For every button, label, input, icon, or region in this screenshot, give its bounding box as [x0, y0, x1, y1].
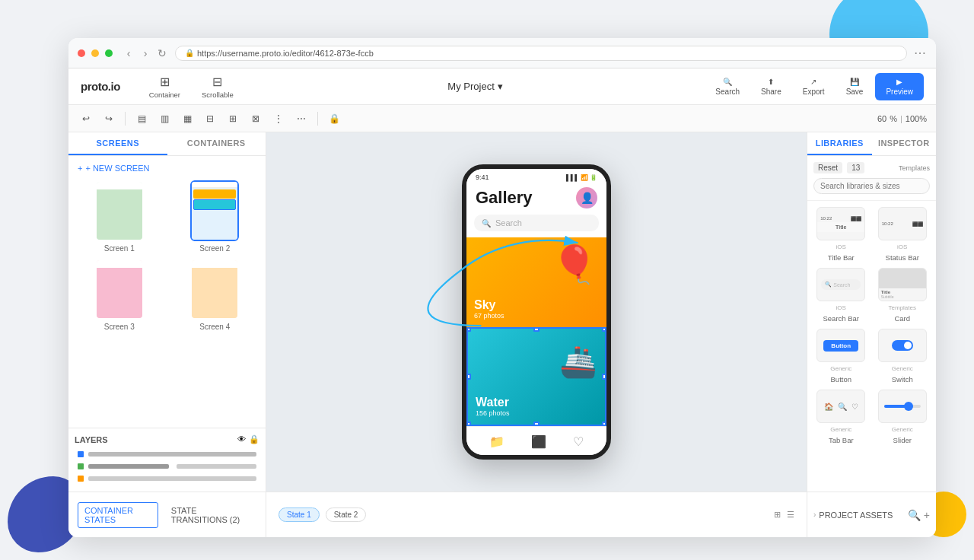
selection-handle-br[interactable]: [602, 422, 606, 426]
layer-item-2[interactable]: [75, 461, 259, 472]
lib-item-title-bar[interactable]: 10:22⬛⬛ Title iOS Title Bar: [813, 207, 869, 262]
lib-item-switch[interactable]: Generic Switch: [875, 329, 931, 383]
phone-search-icon: 🔍: [482, 219, 491, 228]
project-name[interactable]: My Project ▾: [447, 81, 502, 92]
lib-item-status-bar[interactable]: 10:22⬛⬛ iOS Status Bar: [875, 207, 931, 262]
forward-button[interactable]: ›: [138, 46, 152, 60]
selection-handle-tl[interactable]: [466, 327, 471, 332]
tab-inspector[interactable]: INSPECTOR: [872, 132, 937, 155]
lib-item-tab-bar[interactable]: 🏠 🔍 ♡ Generic Tab Bar: [813, 390, 869, 444]
container-tool[interactable]: ⊞ Container: [138, 72, 191, 102]
selection-handle-tm[interactable]: [533, 327, 540, 332]
export-tool-btn[interactable]: ↗ Export: [794, 75, 834, 99]
layers-lock-icon[interactable]: 🔒: [249, 434, 259, 444]
zoom-preset-label[interactable]: 100%: [906, 114, 927, 123]
screen-thumb-3[interactable]: Screen 3: [75, 259, 164, 331]
search-assets-icon[interactable]: 🔍: [908, 509, 921, 521]
bottom-left-panel: CONTAINER STATES STATE TRANSITIONS (2): [68, 492, 266, 537]
browser-nav: ‹ › ↻: [122, 46, 169, 60]
layer-item-3[interactable]: [75, 473, 259, 484]
browser-min-btn[interactable]: [91, 49, 99, 57]
chevron-right-icon: ›: [813, 511, 816, 519]
selection-handle-ml[interactable]: [466, 374, 471, 380]
canvas-area[interactable]: 9:41 ▌▌▌ 📶 🔋 Gallery 👤 🔍: [266, 132, 807, 492]
redo-button[interactable]: ↪: [100, 110, 117, 127]
app-logo: proto.io: [81, 80, 120, 93]
preview-tool-btn[interactable]: ▶ Preview: [875, 73, 924, 100]
screen-thumb-2[interactable]: Screen 2: [170, 180, 260, 253]
templates-label: Templates: [899, 164, 930, 172]
lib-preview-switch-wrap: [878, 329, 927, 362]
heart-icon[interactable]: ♡: [573, 434, 584, 449]
preview-tool-label: Preview: [886, 88, 913, 96]
lib-item-slider[interactable]: Generic Slider: [875, 390, 931, 444]
phone-avatar[interactable]: 👤: [576, 187, 597, 208]
distribute-v-button[interactable]: ⊞: [224, 110, 241, 127]
share-tool-label: Share: [761, 88, 781, 96]
layer-item-1[interactable]: [75, 449, 259, 460]
layers-header: LAYERS 👁 🔒: [75, 434, 259, 444]
align-right-button[interactable]: ▦: [179, 110, 196, 127]
tab-containers[interactable]: CONTAINERS: [167, 132, 266, 155]
export-tool-label: Export: [803, 88, 825, 96]
lock-button[interactable]: 🔒: [326, 110, 342, 127]
selection-handle-mr[interactable]: [602, 374, 606, 380]
selection-handle-bl[interactable]: [466, 422, 471, 426]
lib-item-ios-label-1: iOS: [836, 243, 846, 250]
grid-view-btn[interactable]: ⊞: [774, 510, 781, 520]
reload-button[interactable]: ↻: [155, 46, 169, 60]
align-middle-button[interactable]: ⋮: [270, 110, 287, 127]
add-asset-icon[interactable]: +: [924, 509, 930, 521]
phone-search-bar[interactable]: 🔍 Search: [474, 215, 599, 231]
left-panel: SCREENS CONTAINERS + + NEW SCREEN: [68, 132, 266, 492]
main-content: SCREENS CONTAINERS + + NEW SCREEN: [68, 132, 936, 492]
tab-libraries[interactable]: LIBRARIES: [807, 132, 872, 155]
browser-close-btn[interactable]: [78, 49, 85, 57]
state-transitions-tab[interactable]: STATE TRANSITIONS (2): [164, 502, 256, 528]
layer-bar-3: [88, 476, 256, 481]
distribute-h-button[interactable]: ⊟: [202, 110, 218, 127]
tab-screens[interactable]: SCREENS: [68, 132, 167, 155]
align-center-button[interactable]: ▥: [156, 110, 173, 127]
back-button[interactable]: ‹: [122, 46, 135, 60]
align-bottom-button[interactable]: ⋯: [293, 110, 310, 127]
scrollable-tool[interactable]: ⊟ Scrollable: [191, 72, 244, 102]
container-states-tab[interactable]: CONTAINER STATES: [78, 502, 158, 528]
share-tool-btn[interactable]: ⬆ Share: [752, 75, 791, 99]
project-assets-label: PROJECT ASSETS: [819, 511, 893, 520]
browser-menu-button[interactable]: ⋯: [913, 46, 927, 60]
url-text: https://username.proto.io/editor/4612-87…: [197, 49, 374, 58]
screen-thumb-4[interactable]: Screen 4: [170, 259, 260, 331]
new-screen-button[interactable]: + + NEW SCREEN: [75, 162, 259, 174]
browser-url-bar[interactable]: 🔒 https://username.proto.io/editor/4612-…: [175, 46, 907, 61]
sky-title: Sky: [474, 298, 505, 312]
selection-handle-bm[interactable]: [533, 422, 540, 426]
lib-slider-thumb: [904, 402, 913, 411]
selection-handle-tr[interactable]: [602, 327, 606, 332]
search-tool-btn[interactable]: 🔍 Search: [706, 75, 749, 99]
layers-eye-icon[interactable]: 👁: [237, 434, 246, 444]
folders-icon[interactable]: 📁: [489, 434, 505, 449]
align-top-button[interactable]: ⊠: [247, 110, 264, 127]
library-search-input[interactable]: [813, 178, 930, 194]
list-view-btn[interactable]: ☰: [787, 510, 794, 520]
save-tool-btn[interactable]: 💾 Save: [837, 75, 873, 99]
count-filter-btn[interactable]: 13: [847, 162, 864, 173]
lib-item-tab-bar-label: Tab Bar: [829, 436, 854, 444]
lib-item-card[interactable]: Title Subtitle Templates Card: [875, 268, 931, 323]
gallery-item-sky[interactable]: 🎈 Sky 67 photos: [466, 237, 606, 327]
lib-item-search-bar[interactable]: 🔍 Search iOS Search Bar: [813, 268, 869, 323]
undo-button[interactable]: ↩: [78, 110, 94, 127]
header-center: My Project ▾: [244, 81, 707, 92]
lib-item-ios-label-3: iOS: [836, 304, 846, 311]
browser-max-btn[interactable]: [105, 49, 113, 57]
toolbar-separator-2: [317, 112, 318, 126]
state-2-pill[interactable]: State 2: [326, 508, 367, 522]
align-left-button[interactable]: ▤: [133, 110, 150, 127]
screen-thumb-1[interactable]: Screen 1: [75, 180, 164, 253]
reset-filter-btn[interactable]: Reset: [813, 162, 842, 173]
gallery-item-water[interactable]: 🚢 Water 156 photos: [466, 327, 606, 426]
lib-item-button[interactable]: Button Generic Button: [813, 329, 869, 383]
home-icon[interactable]: ⬛: [531, 434, 546, 449]
state-1-pill[interactable]: State 1: [279, 508, 320, 522]
